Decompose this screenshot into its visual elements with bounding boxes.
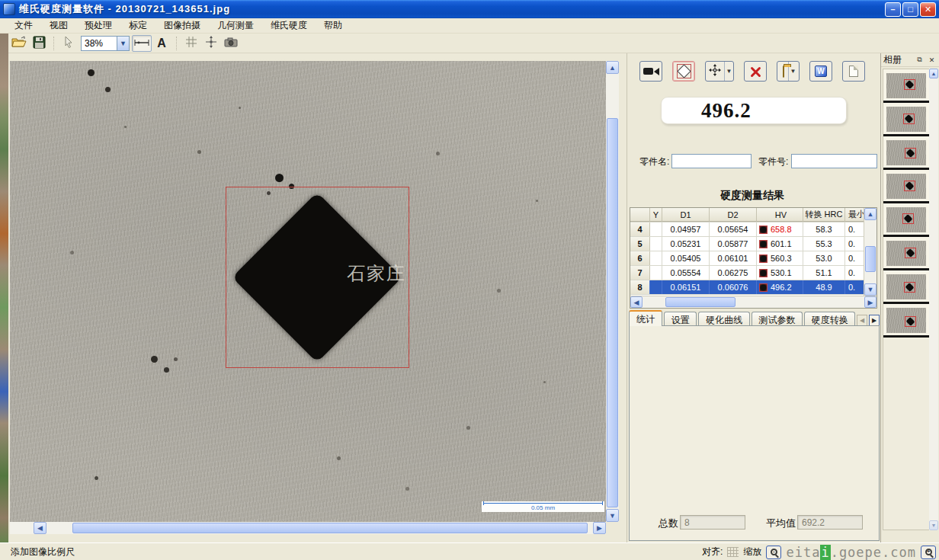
- cell-y: [650, 237, 662, 251]
- measure-ruler-button[interactable]: [132, 35, 152, 52]
- scroll-down-icon[interactable]: ▼: [606, 509, 619, 522]
- menu-item-3[interactable]: 标定: [120, 18, 155, 34]
- close-button[interactable]: ✕: [920, 2, 936, 17]
- measurement-toolbar: ▼ ▼ W: [639, 61, 865, 82]
- zoom-in-button[interactable]: +: [921, 546, 936, 559]
- table-vscroll-thumb[interactable]: [865, 246, 876, 272]
- tab-0[interactable]: 统计: [629, 310, 662, 326]
- part-name-input[interactable]: [671, 154, 752, 168]
- minimize-button[interactable]: －: [885, 2, 901, 17]
- scale-bar: 0.05 mm: [482, 501, 604, 512]
- album-panel: 相册 ⧉ ✕ ▲ ▼: [880, 53, 939, 542]
- hv-value: 601.1: [771, 239, 792, 248]
- column-header-0[interactable]: Y: [650, 208, 662, 222]
- auto-detect-indent-button[interactable]: [672, 61, 695, 82]
- album-title: 相册: [883, 53, 912, 66]
- scroll-left-icon[interactable]: ◀: [630, 296, 643, 308]
- column-header-1[interactable]: D1: [662, 208, 710, 222]
- tab-2[interactable]: 硬化曲线: [698, 312, 749, 326]
- album-thumbnail[interactable]: [883, 237, 929, 270]
- table-row[interactable]: 70.055540.06275530.151.10.: [630, 266, 864, 280]
- column-header-4[interactable]: 转换 HRC: [803, 208, 845, 222]
- microscope-image-viewport[interactable]: 石家庄 0.05 mm: [10, 61, 606, 522]
- tab-scroll-left-icon[interactable]: ◀: [857, 315, 867, 326]
- stat-label-1: 平均值: [630, 517, 796, 530]
- tab-3[interactable]: 测试参数: [752, 312, 803, 326]
- scroll-down-icon[interactable]: ▼: [864, 283, 877, 296]
- indent-thumbnail-icon: [759, 254, 768, 263]
- menu-item-0[interactable]: 文件: [6, 18, 41, 34]
- hv-value: 496.2: [771, 283, 792, 292]
- table-row[interactable]: 40.049570.05654658.858.30.: [630, 222, 864, 237]
- capture-camera-button[interactable]: [221, 35, 241, 52]
- delete-x-icon: [749, 66, 761, 77]
- album-thumbnail[interactable]: [883, 304, 929, 338]
- open-results-button[interactable]: ▼: [777, 61, 800, 82]
- new-document-button[interactable]: [842, 61, 865, 82]
- album-scrollbar[interactable]: ▲ ▼: [929, 69, 938, 530]
- table-horizontal-scrollbar[interactable]: ◀ ▶: [630, 296, 877, 308]
- tab-1[interactable]: 设置: [664, 312, 697, 326]
- column-header-3[interactable]: HV: [757, 208, 803, 222]
- tab-scroll-right-icon[interactable]: ▶: [869, 315, 880, 326]
- menu-item-4[interactable]: 图像拍摄: [155, 18, 209, 34]
- cell-y: [650, 266, 662, 280]
- zoom-combobox[interactable]: 38% ▼: [81, 36, 130, 51]
- maximize-button[interactable]: □: [902, 2, 918, 17]
- column-header-2[interactable]: D2: [710, 208, 757, 222]
- table-row[interactable]: 60.054050.06101560.353.00.: [630, 251, 864, 266]
- scroll-down-icon[interactable]: ▼: [929, 520, 938, 530]
- export-word-button[interactable]: W: [809, 61, 832, 82]
- album-thumbnail[interactable]: [883, 69, 929, 103]
- table-row[interactable]: 80.061510.06076496.248.90.: [630, 280, 864, 295]
- album-thumbnail[interactable]: [883, 136, 929, 170]
- scroll-right-icon[interactable]: ▶: [593, 522, 606, 534]
- scroll-up-icon[interactable]: ▲: [606, 61, 619, 74]
- table-hscroll-thumb[interactable]: [665, 297, 735, 307]
- horizontal-scroll-thumb[interactable]: [72, 523, 588, 533]
- word-document-icon: W: [815, 66, 827, 77]
- table-vertical-scrollbar[interactable]: ▲ ▼: [864, 208, 877, 296]
- album-thumbnail[interactable]: [883, 203, 929, 237]
- center-crosshair-button[interactable]: [201, 35, 221, 52]
- open-file-button[interactable]: [9, 35, 29, 52]
- part-no-input[interactable]: [791, 154, 877, 168]
- scroll-up-icon[interactable]: ▲: [864, 208, 877, 220]
- manual-measure-button[interactable]: ▼: [705, 61, 734, 82]
- menu-item-1[interactable]: 视图: [41, 18, 76, 34]
- table-row[interactable]: 50.052310.05877601.155.30.: [630, 237, 864, 251]
- cell-d1: 0.05554: [662, 266, 710, 280]
- album-thumbnail[interactable]: [883, 270, 929, 304]
- scroll-right-icon[interactable]: ▶: [864, 296, 877, 308]
- zoom-out-button[interactable]: -: [766, 546, 781, 559]
- menu-item-2[interactable]: 预处理: [76, 18, 120, 34]
- vertical-scroll-thumb[interactable]: [607, 118, 618, 507]
- grid-toggle-button[interactable]: [181, 35, 201, 52]
- scroll-left-icon[interactable]: ◀: [34, 522, 46, 534]
- hv-value: 560.3: [771, 254, 792, 263]
- thumbnail-red-box: [905, 148, 916, 158]
- indent-thumbnail-icon: [759, 226, 768, 234]
- menu-item-7[interactable]: 帮助: [316, 18, 351, 34]
- video-capture-button[interactable]: [639, 61, 662, 82]
- viewer-vertical-scrollbar[interactable]: ▲ ▼: [606, 61, 619, 522]
- column-header-5[interactable]: 最小: [845, 208, 864, 222]
- thumbnail-photo: [886, 174, 926, 199]
- album-thumbnail[interactable]: [883, 103, 929, 136]
- menu-item-5[interactable]: 几何测量: [209, 18, 262, 34]
- delete-measurement-button[interactable]: [744, 61, 767, 82]
- menu-item-6[interactable]: 维氏硬度: [262, 18, 316, 34]
- tab-4[interactable]: 硬度转换: [804, 312, 855, 326]
- text-annotation-button[interactable]: A: [152, 35, 171, 52]
- align-grid-icon[interactable]: [727, 547, 739, 557]
- scroll-up-icon[interactable]: ▲: [929, 69, 938, 78]
- panel-tabs: 统计设置硬化曲线测试参数硬度转换◀▶: [629, 310, 880, 326]
- album-thumbnail[interactable]: [883, 170, 929, 203]
- close-icon[interactable]: ✕: [927, 55, 937, 65]
- chevron-down-icon[interactable]: ▼: [724, 62, 733, 81]
- select-cursor-button[interactable]: [59, 35, 79, 52]
- viewer-horizontal-scrollbar[interactable]: ◀ ▶: [10, 522, 606, 534]
- chevron-down-icon[interactable]: ▼: [117, 37, 129, 50]
- save-button[interactable]: [29, 35, 49, 52]
- undock-icon[interactable]: ⧉: [915, 55, 925, 65]
